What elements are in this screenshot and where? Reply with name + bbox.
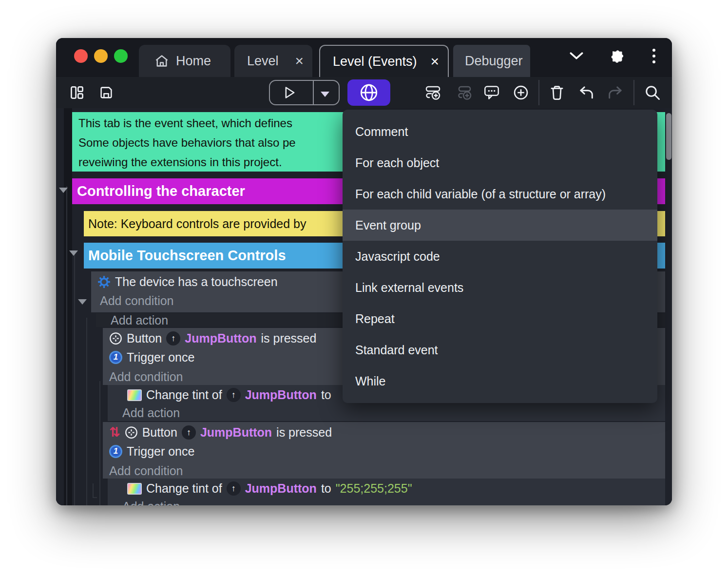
- tab-label: Level (Events): [333, 54, 417, 69]
- condition-text: is pressed: [261, 331, 316, 346]
- object-name: JumpButton: [185, 331, 256, 346]
- gamepad-button-icon: [109, 332, 122, 345]
- undo-icon[interactable]: [578, 85, 594, 100]
- vertical-scrollbar-thumb[interactable]: [666, 113, 671, 160]
- menu-item-event-group[interactable]: Event group: [343, 210, 657, 241]
- add-circle-plus-icon[interactable]: [513, 85, 529, 100]
- tab-label: Home: [176, 54, 211, 69]
- publish-button[interactable]: [347, 79, 390, 106]
- add-event-icon[interactable]: [425, 85, 441, 100]
- delete-trash-icon[interactable]: [550, 85, 564, 100]
- menu-item-comment[interactable]: Comment: [343, 116, 657, 147]
- indent-guide: [66, 186, 67, 505]
- condition-text: is pressed: [276, 425, 332, 440]
- indent-guide: [86, 318, 87, 505]
- chevron-down-icon[interactable]: [570, 52, 583, 60]
- event-jumpbutton-pressed-inverted[interactable]: ⇅ Button ↑ JumpButton is pressed 1 Trigg…: [103, 422, 665, 479]
- play-preview-icon[interactable]: [284, 86, 296, 99]
- indent-guide-elbow: [93, 483, 97, 498]
- object-name: JumpButton: [245, 388, 317, 402]
- menu-item-for-each-object[interactable]: For each object: [343, 147, 657, 178]
- zoom-window-button[interactable]: [114, 49, 128, 63]
- indent-guide: [99, 381, 100, 505]
- condition-row[interactable]: ⇅ Button ↑ JumpButton is pressed: [103, 422, 665, 442]
- close-tab-icon[interactable]: ×: [295, 54, 304, 68]
- project-manager-icon[interactable]: [70, 85, 84, 100]
- tab-label: Debugger: [465, 54, 523, 69]
- action-text: to: [321, 388, 331, 402]
- color-tint-icon: [127, 483, 142, 495]
- trigger-once-icon: 1: [109, 445, 122, 458]
- color-tint-icon: [127, 389, 142, 401]
- action-change-tint-white[interactable]: Change tint of ↑ JumpButton to "255;255;…: [108, 479, 665, 505]
- redo-icon[interactable]: [608, 85, 623, 100]
- menu-item-repeat[interactable]: Repeat: [343, 303, 657, 334]
- add-subevent-icon[interactable]: [456, 85, 472, 100]
- add-condition-button[interactable]: Add condition: [103, 461, 665, 480]
- home-icon: [154, 54, 169, 68]
- menu-item-link-external-events[interactable]: Link external events: [343, 272, 657, 303]
- tab-home[interactable]: Home: [139, 45, 230, 77]
- gear-icon: [97, 275, 111, 288]
- globe-icon: [359, 83, 379, 102]
- save-icon[interactable]: [99, 85, 114, 100]
- add-action-button[interactable]: Add action: [108, 497, 665, 505]
- tab-level[interactable]: Level ×: [234, 45, 312, 77]
- menu-item-javascript-code[interactable]: Javascript code: [343, 241, 657, 272]
- add-action-button[interactable]: Add action: [108, 403, 665, 422]
- close-tab-icon[interactable]: ×: [430, 54, 439, 69]
- toolbar-divider: [538, 80, 539, 105]
- condition-text: Button: [142, 425, 177, 440]
- menu-item-standard-event[interactable]: Standard event: [343, 334, 657, 365]
- add-event-context-menu: Comment For each object For each child v…: [343, 110, 657, 403]
- action-text: Change tint of: [146, 481, 222, 496]
- toolbar: [56, 77, 672, 108]
- condition-text: Trigger once: [127, 350, 194, 365]
- search-icon[interactable]: [645, 85, 660, 100]
- tab-label: Level: [247, 54, 279, 69]
- close-window-button[interactable]: [74, 49, 88, 63]
- object-thumbnail-icon: ↑: [227, 388, 241, 402]
- add-comment-icon[interactable]: [484, 85, 499, 100]
- object-name: JumpButton: [245, 481, 317, 496]
- indent-guide: [74, 254, 75, 505]
- window-controls: [74, 49, 128, 63]
- object-thumbnail-icon: ↑: [166, 331, 180, 346]
- object-thumbnail-icon: ↑: [227, 481, 241, 496]
- more-options-kebab-icon[interactable]: [652, 49, 655, 63]
- preview-options-caret-icon[interactable]: [321, 92, 329, 97]
- object-name: JumpButton: [200, 425, 272, 440]
- menu-item-while[interactable]: While: [343, 365, 657, 397]
- minimize-window-button[interactable]: [94, 49, 108, 63]
- action-row[interactable]: Change tint of ↑ JumpButton to "255;255;…: [108, 479, 665, 497]
- extensions-puzzle-icon[interactable]: [608, 49, 624, 64]
- collapse-arrow-icon[interactable]: [59, 188, 68, 193]
- tab-debugger[interactable]: Debugger: [453, 45, 530, 77]
- invert-condition-icon: ⇅: [109, 426, 120, 439]
- condition-text: The device has a touchscreen: [115, 275, 278, 289]
- string-value: "255;255;255": [336, 481, 412, 496]
- titlebar: Home Level × Level (Events) × Debugger: [56, 38, 672, 77]
- app-window: Home Level × Level (Events) × Debugger: [56, 38, 672, 505]
- condition-text: Button: [127, 331, 162, 346]
- action-text: Change tint of: [146, 388, 222, 402]
- collapse-arrow-icon[interactable]: [69, 250, 78, 256]
- condition-text: Trigger once: [127, 444, 194, 459]
- tab-level-events[interactable]: Level (Events) ×: [319, 45, 449, 77]
- action-text: to: [321, 481, 331, 496]
- menu-item-for-each-child-variable[interactable]: For each child variable (of a structure …: [343, 178, 657, 210]
- object-thumbnail-icon: ↑: [182, 425, 196, 440]
- condition-row[interactable]: 1 Trigger once: [103, 442, 665, 461]
- gamepad-button-icon: [125, 426, 138, 439]
- toolbar-divider: [633, 80, 634, 105]
- trigger-once-icon: 1: [109, 351, 122, 364]
- event-sheet: This tab is the event sheet, which defin…: [56, 108, 672, 505]
- preview-button-group: [269, 80, 340, 105]
- divider: [313, 81, 314, 104]
- collapse-arrow-icon[interactable]: [78, 299, 87, 305]
- gutter: [64, 108, 72, 505]
